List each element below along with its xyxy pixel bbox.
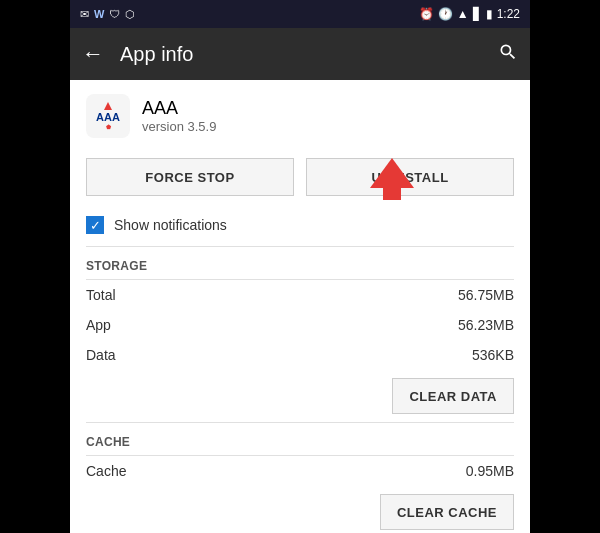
notifications-checkbox[interactable]: ✓ [86, 216, 104, 234]
cache-row: Cache 0.95MB [70, 456, 530, 486]
back-button[interactable]: ← [82, 41, 104, 67]
page-title: App info [120, 43, 498, 66]
data-value: 536KB [472, 347, 514, 363]
app-header: AAA ⬟ AAA version 3.5.9 [70, 80, 530, 152]
alarm-icon: ⏰ [419, 7, 434, 21]
cache-value: 0.95MB [466, 463, 514, 479]
total-label: Total [86, 287, 116, 303]
status-icons-right: ⏰ 🕐 ▲ ▋ ▮ 1:22 [419, 7, 520, 21]
app-version: version 3.5.9 [142, 119, 216, 134]
app-name: AAA [142, 98, 216, 119]
clear-cache-row: CLEAR CACHE [70, 486, 530, 533]
wifi-icon: ▲ [457, 7, 469, 21]
total-value: 56.75MB [458, 287, 514, 303]
total-row: Total 56.75MB [70, 280, 530, 310]
app-label: App [86, 317, 111, 333]
vpn-icon: ⬡ [125, 8, 135, 21]
app-row: App 56.23MB [70, 310, 530, 340]
notifications-row: ✓ Show notifications [70, 210, 530, 246]
message-icon: ✉ [80, 8, 89, 21]
data-row: Data 536KB [70, 340, 530, 370]
check-icon: ✓ [90, 218, 101, 233]
cache-label: Cache [86, 463, 126, 479]
content-area: AAA ⬟ AAA version 3.5.9 FORCE STOP UNINS… [70, 80, 530, 533]
time-display: 1:22 [497, 7, 520, 21]
data-label: Data [86, 347, 116, 363]
shield-icon: 🛡 [109, 8, 120, 20]
action-buttons-row: FORCE STOP UNINSTALL [70, 152, 530, 210]
storage-section-header: STORAGE [70, 247, 530, 279]
arrow-shaft [383, 182, 401, 200]
force-stop-button[interactable]: FORCE STOP [86, 158, 294, 196]
app-value: 56.23MB [458, 317, 514, 333]
nav-bar: ← App info [70, 28, 530, 80]
svg-text:AAA: AAA [96, 111, 120, 123]
search-button[interactable] [498, 42, 518, 67]
clear-cache-button[interactable]: CLEAR CACHE [380, 494, 514, 530]
app-info-text: AAA version 3.5.9 [142, 98, 216, 134]
arrow-indicator [370, 158, 414, 188]
clear-data-button[interactable]: CLEAR DATA [392, 378, 514, 414]
signal-icon: ▋ [473, 7, 482, 21]
clock-icon: 🕐 [438, 7, 453, 21]
cache-section-header: CACHE [70, 423, 530, 455]
w-icon: W [94, 8, 104, 20]
clear-data-row: CLEAR DATA [70, 370, 530, 422]
status-bar: ✉ W 🛡 ⬡ ⏰ 🕐 ▲ ▋ ▮ 1:22 [70, 0, 530, 28]
battery-icon: ▮ [486, 7, 493, 21]
notifications-label: Show notifications [114, 217, 227, 233]
app-logo: AAA ⬟ [86, 94, 130, 138]
status-icons-left: ✉ W 🛡 ⬡ [80, 8, 135, 21]
